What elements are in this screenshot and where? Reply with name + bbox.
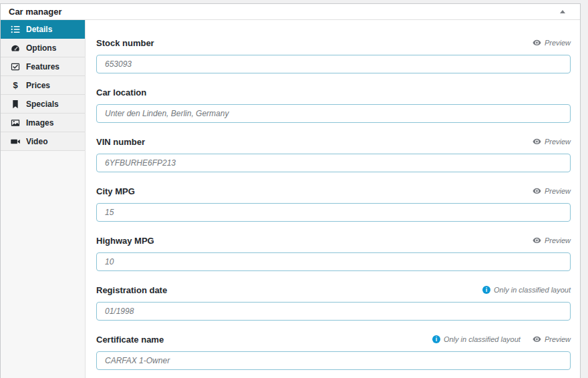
- collapse-toggle-button[interactable]: [555, 5, 571, 19]
- field-registration-date: Registration date i Only in classified l…: [96, 285, 571, 321]
- registration-date-input[interactable]: [96, 302, 571, 321]
- eye-icon: [533, 237, 541, 244]
- info-icon: i: [432, 335, 440, 343]
- sidebar-item-video[interactable]: Video: [1, 132, 85, 151]
- bookmark-icon: [11, 100, 20, 109]
- classified-note: i Only in classified layout: [482, 286, 571, 294]
- sidebar-item-label: Features: [26, 62, 59, 71]
- sidebar: Details Options Features $ Prices: [1, 20, 86, 378]
- info-icon: i: [482, 286, 490, 294]
- classified-note-label: Only in classified layout: [494, 286, 571, 294]
- page-title: Car manager: [9, 7, 61, 17]
- sidebar-item-features[interactable]: Features: [1, 57, 85, 76]
- highway-mpg-input[interactable]: [96, 252, 571, 271]
- field-label: City MPG: [96, 186, 135, 196]
- preview-label: Preview: [545, 39, 571, 47]
- sidebar-item-details[interactable]: Details: [1, 20, 85, 39]
- sidebar-item-images[interactable]: Images: [1, 114, 85, 132]
- metabox-header: Car manager: [1, 4, 580, 20]
- car-location-input[interactable]: [96, 104, 571, 123]
- preview-toggle[interactable]: Preview: [533, 236, 571, 244]
- classified-note: i Only in classified layout: [432, 335, 521, 343]
- sidebar-item-specials[interactable]: Specials: [1, 95, 85, 114]
- sidebar-item-label: Details: [26, 25, 52, 34]
- field-label: Registration date: [96, 285, 167, 295]
- preview-toggle[interactable]: Preview: [533, 138, 571, 146]
- dollar-icon: $: [11, 81, 20, 90]
- preview-toggle[interactable]: Preview: [533, 39, 571, 47]
- metabox-body: Details Options Features $ Prices: [1, 20, 580, 378]
- video-icon: [11, 137, 20, 146]
- field-label: Certificate name: [96, 335, 164, 345]
- eye-icon: [533, 336, 541, 343]
- preview-label: Preview: [545, 335, 571, 343]
- sidebar-item-prices[interactable]: $ Prices: [1, 76, 85, 95]
- preview-label: Preview: [545, 236, 571, 244]
- preview-label: Preview: [545, 138, 571, 146]
- field-stock-number: Stock number Preview: [96, 37, 571, 73]
- car-manager-metabox: Car manager Details Options: [0, 3, 581, 378]
- chevron-up-icon: [560, 10, 565, 13]
- sidebar-item-label: Video: [26, 137, 47, 146]
- stock-number-input[interactable]: [96, 55, 571, 73]
- details-form: Stock number Preview Car location: [86, 20, 580, 378]
- field-label: Stock number: [96, 38, 154, 48]
- city-mpg-input[interactable]: [96, 203, 571, 222]
- certificate-name-input[interactable]: [96, 351, 571, 370]
- vin-number-input[interactable]: [96, 154, 571, 172]
- field-label: Car location: [96, 87, 146, 98]
- preview-toggle[interactable]: Preview: [533, 335, 571, 343]
- sidebar-item-label: Images: [26, 118, 53, 128]
- preview-label: Preview: [545, 187, 571, 195]
- sidebar-item-label: Options: [26, 43, 56, 53]
- field-label: Highway MPG: [96, 236, 154, 246]
- sidebar-item-options[interactable]: Options: [1, 39, 85, 57]
- sidebar-item-label: Specials: [26, 100, 59, 109]
- list-icon: [11, 25, 20, 34]
- check-square-icon: [11, 62, 20, 71]
- eye-icon: [533, 188, 541, 194]
- classified-note-label: Only in classified layout: [444, 335, 521, 343]
- field-vin-number: VIN number Preview: [96, 136, 571, 172]
- eye-icon: [533, 138, 541, 145]
- eye-icon: [533, 39, 541, 46]
- field-city-mpg: City MPG Preview: [96, 186, 571, 222]
- gauge-icon: [11, 43, 20, 53]
- field-highway-mpg: Highway MPG Preview: [96, 235, 571, 271]
- image-icon: [11, 118, 20, 128]
- field-certificate-name: Certificate name i Only in classified la…: [96, 334, 571, 370]
- field-car-location: Car location: [96, 87, 571, 123]
- field-label: VIN number: [96, 137, 145, 147]
- sidebar-item-label: Prices: [26, 81, 50, 90]
- preview-toggle[interactable]: Preview: [533, 187, 571, 195]
